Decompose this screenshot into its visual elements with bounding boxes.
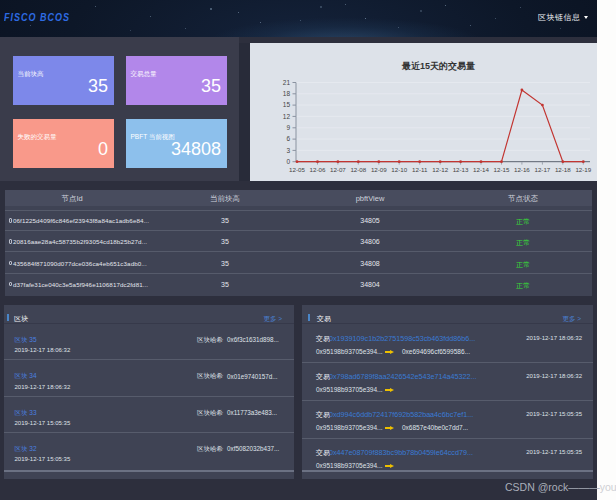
- svg-text:12-16: 12-16: [514, 166, 530, 173]
- svg-text:12-08: 12-08: [350, 166, 366, 173]
- svg-text:9: 9: [286, 124, 290, 131]
- svg-text:12-15: 12-15: [494, 166, 510, 173]
- svg-text:18: 18: [283, 90, 291, 97]
- svg-text:3: 3: [286, 146, 290, 153]
- svg-text:12-09: 12-09: [371, 166, 387, 173]
- svg-text:12-11: 12-11: [412, 166, 428, 173]
- svg-text:21: 21: [283, 78, 291, 85]
- svg-text:12-18: 12-18: [555, 166, 571, 173]
- svg-text:12-13: 12-13: [453, 166, 469, 173]
- svg-text:12-06: 12-06: [310, 166, 326, 173]
- svg-text:12-07: 12-07: [330, 166, 346, 173]
- svg-text:12-17: 12-17: [534, 166, 550, 173]
- svg-text:12-12: 12-12: [432, 166, 448, 173]
- svg-text:15: 15: [283, 101, 291, 108]
- svg-text:12-05: 12-05: [289, 166, 305, 173]
- svg-text:12-14: 12-14: [473, 166, 489, 173]
- svg-text:6: 6: [286, 135, 290, 142]
- svg-text:12-10: 12-10: [391, 166, 407, 173]
- svg-text:12-19: 12-19: [575, 166, 591, 173]
- svg-text:0: 0: [286, 158, 290, 165]
- svg-text:12: 12: [283, 112, 291, 119]
